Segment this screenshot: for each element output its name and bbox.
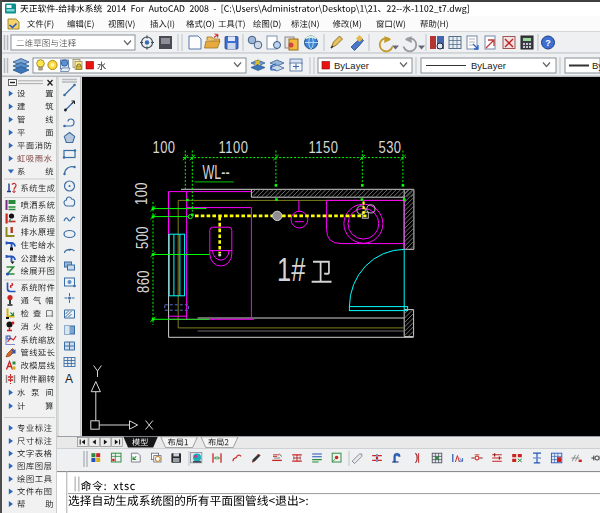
svg-text:By: By xyxy=(592,60,600,71)
svg-text:ByLayer: ByLayer xyxy=(471,60,506,71)
svg-text:WL--: WL-- xyxy=(203,161,230,182)
svg-text:1100: 1100 xyxy=(219,139,249,157)
svg-text:100: 100 xyxy=(152,139,175,157)
svg-text:500: 500 xyxy=(134,226,152,249)
svg-text:530: 530 xyxy=(378,139,401,157)
svg-text:A: A xyxy=(65,372,73,386)
svg-text:ByLayer: ByLayer xyxy=(334,60,369,71)
svg-text:?: ? xyxy=(545,38,551,48)
svg-text:1150: 1150 xyxy=(309,139,339,157)
svg-text:1#: 1# xyxy=(277,251,306,288)
svg-text:100: 100 xyxy=(133,182,151,205)
svg-text:860: 860 xyxy=(135,270,153,293)
